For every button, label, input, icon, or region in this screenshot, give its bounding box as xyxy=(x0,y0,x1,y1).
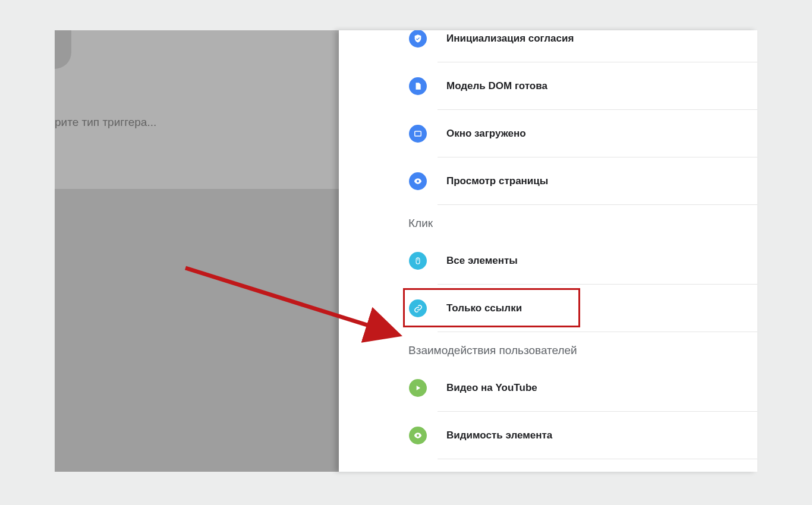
svg-rect-0 xyxy=(415,131,421,136)
trigger-consent-init[interactable]: Инициализация согласия xyxy=(339,30,757,62)
trigger-label: Инициализация согласия xyxy=(408,33,574,45)
window-icon xyxy=(409,125,427,143)
trigger-label: Просмотр страницы xyxy=(408,175,548,187)
trigger-label: Видео на YouTube xyxy=(408,382,537,394)
trigger-all-elements[interactable]: Все элементы xyxy=(339,237,757,285)
mouse-icon xyxy=(409,252,427,270)
background-dimmed-header: рите тип триггера... xyxy=(55,30,339,189)
group-title-user-interactions: Взаимодействия пользователей xyxy=(339,344,757,357)
trigger-page-view[interactable]: Просмотр страницы xyxy=(339,157,757,205)
stage-canvas: рите тип триггера... Инициализация согла… xyxy=(55,30,757,472)
select-trigger-prompt: рите тип триггера... xyxy=(55,116,156,129)
eye-icon xyxy=(409,427,427,444)
group-title-click: Клик xyxy=(339,217,757,230)
trigger-only-links[interactable]: Только ссылки xyxy=(339,285,757,332)
trigger-label: Видимость элемента xyxy=(408,430,552,441)
link-icon xyxy=(409,299,427,317)
trigger-window-loaded[interactable]: Окно загружено xyxy=(339,110,757,157)
trigger-label: Модель DOM готова xyxy=(408,80,547,92)
eye-icon xyxy=(409,172,427,190)
play-icon xyxy=(409,379,427,397)
shield-icon xyxy=(409,30,427,48)
trigger-element-visibility[interactable]: Видимость элемента xyxy=(339,412,757,459)
trigger-youtube-video[interactable]: Видео на YouTube xyxy=(339,364,757,412)
avatar-fragment xyxy=(55,30,71,69)
trigger-dom-ready[interactable]: Модель DOM готова xyxy=(339,62,757,110)
trigger-type-panel: Инициализация согласия Модель DOM готова… xyxy=(339,30,757,472)
document-icon xyxy=(409,77,427,95)
